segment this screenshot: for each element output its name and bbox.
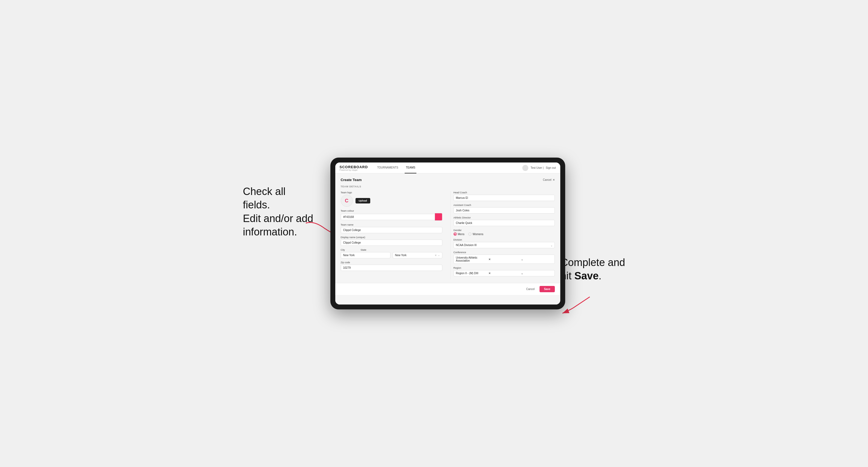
division-select-wrapper: NCAA Division III: [454, 242, 555, 248]
conference-arrow-icon: ⌄: [521, 258, 552, 261]
logo-area: SCOREBOARD Powered by clippd: [340, 165, 368, 171]
region-label: Region: [454, 267, 555, 269]
team-colour-label: Team colour: [341, 210, 442, 212]
logo-circle: C: [341, 195, 353, 207]
form-grid: Team logo C Upload Team colour: [341, 191, 555, 279]
modal-footer: Cancel Save: [335, 283, 560, 295]
nav-bar: SCOREBOARD Powered by clippd TOURNAMENTS…: [335, 162, 560, 174]
team-logo-label: Team logo: [341, 191, 442, 194]
logo-sub: Powered by clippd: [340, 169, 368, 171]
state-clear-icon[interactable]: ✕: [435, 254, 437, 257]
zip-group: Zip code: [341, 261, 442, 271]
region-arrow-icon: ⌄: [521, 272, 552, 275]
logo-text: SCOREBOARD: [340, 165, 368, 169]
nav-right: Test User | Sign out: [522, 165, 556, 171]
conference-group: Conference University Athletic Associati…: [454, 251, 555, 264]
zip-input[interactable]: [341, 264, 442, 271]
modal-header: Create Team Cancel ✕: [341, 178, 555, 182]
state-arrow-icon: ⌄: [438, 254, 440, 256]
division-label: Division: [454, 239, 555, 241]
head-coach-label: Head Coach: [454, 191, 555, 194]
city-state-row: ✕ ⌄: [341, 252, 442, 258]
gender-group: Gender Mens Womens: [454, 229, 555, 236]
state-input-wrapper: ✕ ⌄: [393, 252, 442, 258]
form-section-left: Team logo C Upload Team colour: [341, 191, 445, 279]
city-input[interactable]: [341, 252, 391, 258]
tablet-screen: SCOREBOARD Powered by clippd TOURNAMENTS…: [335, 162, 560, 305]
team-name-group: Team name: [341, 223, 442, 233]
region-group: Region Region II - (M) DIII ✕ ⌄: [454, 267, 555, 276]
modal-title: Create Team: [341, 178, 362, 182]
gender-mens-option[interactable]: Mens: [454, 232, 464, 236]
gender-label: Gender: [454, 229, 555, 231]
region-value: Region II - (M) DIII: [456, 272, 487, 275]
save-button[interactable]: Save: [539, 286, 555, 292]
modal-cancel-header[interactable]: Cancel ✕: [543, 178, 555, 181]
color-swatch[interactable]: [435, 213, 442, 221]
nav-item-teams[interactable]: TEAMS: [405, 162, 416, 174]
state-input[interactable]: [395, 254, 434, 257]
color-input-wrapper: [341, 213, 442, 221]
region-clear-icon[interactable]: ✕: [489, 272, 520, 275]
team-name-label: Team name: [341, 223, 442, 226]
tablet-frame: SCOREBOARD Powered by clippd TOURNAMENTS…: [330, 158, 565, 309]
assistant-coach-group: Assistant Coach: [454, 204, 555, 214]
team-colour-group: Team colour: [341, 210, 442, 221]
conference-select-wrapper[interactable]: University Athletic Association ✕ ⌄: [454, 254, 555, 264]
conference-label: Conference: [454, 251, 555, 254]
city-label: City State: [341, 249, 442, 251]
upload-button[interactable]: Upload: [355, 198, 371, 204]
nav-item-tournaments[interactable]: TOURNAMENTS: [376, 162, 399, 174]
conference-value: University Athletic Association: [456, 256, 487, 262]
user-name: Test User |: [530, 166, 544, 169]
athletic-director-label: Athletic Director: [454, 216, 555, 219]
section-label: TEAM DETAILS: [341, 185, 555, 188]
display-name-group: Display name (unique): [341, 236, 442, 246]
athletic-director-input[interactable]: [454, 220, 555, 226]
sign-out-link[interactable]: Sign out: [546, 166, 556, 169]
gender-row: Mens Womens: [454, 232, 555, 236]
head-coach-group: Head Coach: [454, 191, 555, 201]
team-colour-input[interactable]: [341, 214, 435, 220]
radio-womens[interactable]: [468, 232, 471, 236]
region-select-wrapper[interactable]: Region II - (M) DIII ✕ ⌄: [454, 270, 555, 276]
cancel-button[interactable]: Cancel: [523, 286, 537, 292]
assistant-coach-label: Assistant Coach: [454, 204, 555, 207]
close-icon: ✕: [553, 178, 555, 181]
head-coach-input[interactable]: [454, 195, 555, 201]
team-logo-group: Team logo C Upload: [341, 191, 442, 207]
division-select[interactable]: NCAA Division III: [454, 242, 555, 248]
athletic-director-group: Athletic Director: [454, 216, 555, 226]
avatar: [522, 165, 528, 171]
division-group: Division NCAA Division III: [454, 239, 555, 248]
logo-upload-area: C Upload: [341, 195, 442, 207]
zip-label: Zip code: [341, 261, 442, 264]
assistant-coach-input[interactable]: [454, 207, 555, 214]
radio-mens[interactable]: [454, 232, 457, 236]
conference-clear-icon[interactable]: ✕: [489, 258, 520, 261]
display-name-input[interactable]: [341, 240, 442, 246]
gender-womens-option[interactable]: Womens: [468, 232, 483, 236]
modal-backdrop: Create Team Cancel ✕ TEAM DETAILS Team l…: [335, 174, 560, 305]
display-name-label: Display name (unique): [341, 236, 442, 239]
annotation-right: Complete and hit Save.: [561, 256, 625, 283]
team-name-input[interactable]: [341, 227, 442, 233]
form-section-right: Head Coach Assistant Coach Athletic Dire…: [451, 191, 555, 279]
